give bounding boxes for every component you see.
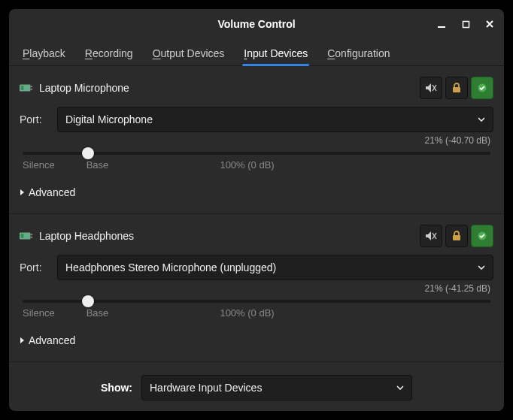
device-header: Laptop Headphones [20,222,493,250]
show-select[interactable]: Hardware Input Devices [141,375,412,400]
maximize-button[interactable] [460,19,471,29]
tab-playback[interactable]: Playback [23,47,65,65]
footer: Show: Hardware Input Devices [9,367,504,411]
advanced-toggle[interactable]: Advanced [20,327,493,357]
svg-rect-9 [21,234,24,237]
chevron-down-icon [396,385,404,390]
svg-rect-3 [21,86,24,89]
chevron-right-icon [20,189,26,196]
window-controls [436,19,495,29]
tab-input-devices[interactable]: Input Devices [244,47,308,65]
device-block: Laptop Headphones Port: Headphones S [20,222,493,357]
volume-readout: 21% (-40.70 dB) [425,135,490,146]
window-title: Volume Control [9,18,504,30]
device-buttons [420,77,493,99]
audio-card-icon [20,231,33,241]
tab-output-devices[interactable]: Output Devices [153,47,225,65]
volume-slider-wrap: 21% (-40.70 dB) Silence Base 100% (0 dB) [20,137,493,179]
svg-rect-11 [30,237,32,238]
svg-rect-1 [463,21,469,27]
device-buttons [420,225,493,247]
tick-100: 100% (0 dB) [220,307,274,319]
svg-rect-4 [30,86,32,87]
content: Laptop Microphone Port: Digital Micr [9,66,504,367]
tick-silence: Silence [23,159,55,171]
svg-rect-6 [453,87,460,92]
divider [9,361,504,362]
chevron-right-icon [20,337,26,344]
tab-configuration[interactable]: Configuration [327,47,390,65]
device-block: Laptop Microphone Port: Digital Micr [20,74,493,209]
slider-ticks: Silence Base 100% (0 dB) [23,307,490,321]
device-header: Laptop Microphone [20,74,493,102]
svg-rect-10 [30,234,32,235]
port-value: Headphones Stereo Microphone (unplugged) [65,261,276,273]
window: Volume Control Playback Recording Output… [9,9,504,411]
tick-silence: Silence [23,307,55,319]
svg-rect-0 [438,26,445,28]
mute-button[interactable] [420,225,442,247]
port-label: Port: [20,261,50,273]
lock-button[interactable] [445,225,468,247]
port-row: Port: Digital Microphone [20,102,493,137]
svg-rect-12 [453,235,460,240]
set-default-button[interactable] [471,77,493,99]
chevron-down-icon [478,265,485,270]
show-label: Show: [101,382,132,394]
slider-thumb[interactable] [82,147,94,159]
chevron-down-icon [478,117,485,122]
set-default-button[interactable] [471,225,493,247]
volume-slider-wrap: 21% (-41.25 dB) Silence Base 100% (0 dB) [20,285,493,327]
divider [9,213,504,214]
titlebar: Volume Control [9,9,504,39]
tick-base: Base [87,307,109,319]
svg-rect-5 [30,89,32,90]
device-name: Laptop Headphones [39,230,134,242]
device-name: Laptop Microphone [39,82,129,94]
port-label: Port: [20,113,50,125]
volume-readout: 21% (-41.25 dB) [425,283,490,294]
show-value: Hardware Input Devices [150,382,262,394]
slider-ticks: Silence Base 100% (0 dB) [23,159,490,173]
mute-button[interactable] [420,77,442,99]
tick-base: Base [87,159,109,171]
slider-thumb[interactable] [82,295,94,307]
advanced-toggle[interactable]: Advanced [20,179,493,209]
volume-slider[interactable] [23,152,490,155]
volume-slider[interactable] [23,300,490,303]
tick-100: 100% (0 dB) [220,159,274,171]
minimize-button[interactable] [436,19,447,29]
tabs: Playback Recording Output Devices Input … [9,39,504,66]
port-value: Digital Microphone [65,113,153,125]
lock-button[interactable] [445,77,468,99]
port-select[interactable]: Digital Microphone [57,107,493,132]
tab-recording[interactable]: Recording [85,47,133,65]
port-row: Port: Headphones Stereo Microphone (unpl… [20,250,493,285]
port-select[interactable]: Headphones Stereo Microphone (unplugged) [57,255,493,280]
advanced-label: Advanced [29,186,75,198]
audio-card-icon [20,83,33,93]
advanced-label: Advanced [29,334,75,346]
close-button[interactable] [484,19,495,29]
